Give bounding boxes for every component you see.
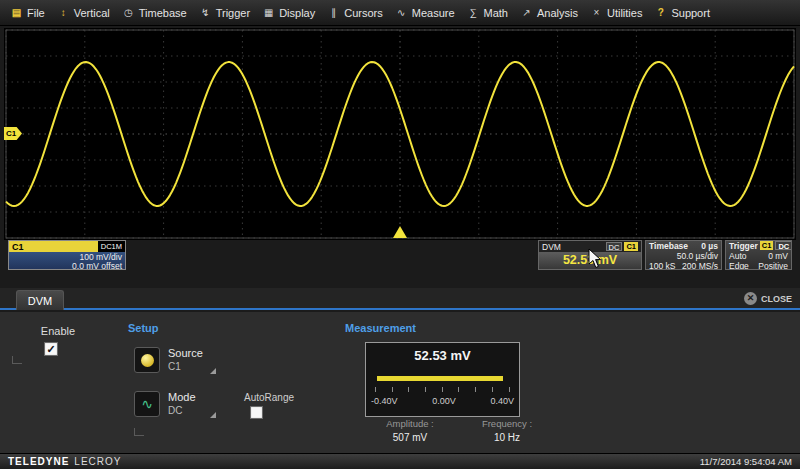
c1-label: C1 <box>12 242 24 252</box>
display-grid-icon: ▦ <box>262 7 275 18</box>
channel-descriptor-c1[interactable]: C1 DC1M 100 mV/div 0.0 mV offset <box>8 240 126 270</box>
timebase-samples: 100 kS <box>649 261 675 270</box>
help-icon: ? <box>654 7 667 18</box>
brand-lecroy: LECROY <box>74 456 121 467</box>
trigger-descriptor[interactable]: Trigger C1 DC Auto 0 mV Edge Positive <box>725 240 792 270</box>
menu-item-measure[interactable]: ∿Measure <box>389 0 461 26</box>
menu-item-cursors[interactable]: ∥Cursors <box>321 0 389 26</box>
mode-waveform-icon: ∿ <box>134 391 160 417</box>
trigger-source-badge: C1 <box>760 241 774 250</box>
setup-section-title: Setup <box>128 322 159 334</box>
trigger-level: 0 mV <box>768 251 788 261</box>
vertical-icon: ↕ <box>57 7 70 18</box>
menu-label: Vertical <box>74 7 110 19</box>
autorange-checkbox[interactable] <box>250 406 263 419</box>
trigger-type: Edge <box>729 261 749 270</box>
close-button[interactable]: ✕ CLOSE <box>744 292 792 305</box>
menu-label: File <box>27 7 45 19</box>
trigger-position-marker[interactable] <box>393 226 407 238</box>
amplitude-readout: Amplitude : 507 mV <box>362 418 458 443</box>
teledyne-lecroy-logo: TELEDYNE LECROY <box>8 456 121 467</box>
scale-max: 0.40V <box>490 396 514 406</box>
menu-label: Math <box>484 7 508 19</box>
trigger-coupling-badge: DC <box>775 241 792 250</box>
timebase-descriptor[interactable]: Timebase 0 µs 50.0 µs/div 100 kS 200 MS/… <box>645 240 722 270</box>
mode-value: DC <box>168 405 182 416</box>
c1-descriptor-body: 100 mV/div 0.0 mV offset <box>9 252 125 269</box>
menu-item-vertical[interactable]: ↕Vertical <box>51 0 116 26</box>
source-label: Source <box>168 347 203 359</box>
measurement-section-title: Measurement <box>345 322 416 334</box>
dvm-dialog: Enable ✓ Setup Source C1 ∿ Mode DC AutoR… <box>0 312 800 453</box>
tab-dvm[interactable]: DVM <box>16 290 64 310</box>
mode-label: Mode <box>168 391 196 403</box>
close-icon: ✕ <box>744 292 757 305</box>
menu-item-trigger[interactable]: ↯Trigger <box>193 0 256 26</box>
menu-label: Display <box>279 7 315 19</box>
cursors-icon: ∥ <box>327 7 340 18</box>
file-icon: ▤ <box>10 7 23 18</box>
c1-coupling-badge: DC1M <box>98 241 125 252</box>
dvm-bargraph <box>377 376 503 381</box>
timebase-label: Timebase <box>649 241 688 251</box>
menu-item-file[interactable]: ▤File <box>4 0 51 26</box>
status-bar: TELEDYNE LECROY 11/7/2014 9:54:04 AM <box>0 453 800 469</box>
brand-teledyne: TELEDYNE <box>8 456 69 467</box>
scope-grid <box>4 28 796 240</box>
waveform-display: C1 <box>4 28 796 240</box>
dvm-source-badge: C1 <box>624 242 638 251</box>
menu-item-utilities[interactable]: ×Utilities <box>584 0 648 26</box>
clock-datetime: 11/7/2014 9:54:04 AM <box>700 456 792 467</box>
corner-mark <box>12 356 22 364</box>
menu-label: Support <box>671 7 710 19</box>
menu-bar: ▤File ↕Vertical ◷Timebase ↯Trigger ▦Disp… <box>0 0 800 26</box>
frequency-readout: Frequency : 10 Hz <box>462 418 552 443</box>
trigger-mode: Auto <box>729 251 747 261</box>
dropdown-triangle-icon <box>210 412 216 418</box>
mouse-cursor <box>588 248 603 269</box>
amplitude-value: 507 mV <box>362 432 458 443</box>
timebase-delay: 0 µs <box>701 241 718 251</box>
c1-probe-icon <box>141 354 154 367</box>
clock-icon: ◷ <box>122 7 135 18</box>
utilities-icon: × <box>590 7 603 18</box>
trigger-label: Trigger <box>729 241 758 251</box>
dvm-readout-value: 52.53 mV <box>366 348 519 363</box>
c1-descriptor-header: C1 DC1M <box>9 241 125 252</box>
enable-label: Enable <box>28 325 88 337</box>
frequency-label: Frequency : <box>462 418 552 429</box>
c1-offset: 0.0 mV offset <box>12 262 122 271</box>
scale-min: -0.40V <box>371 396 398 406</box>
source-selector[interactable]: Source C1 <box>132 344 224 380</box>
mode-selector[interactable]: ∿ Mode DC <box>132 388 224 424</box>
dvm-scale-labels: -0.40V 0.00V 0.40V <box>366 396 519 406</box>
menu-item-analysis[interactable]: ↗Analysis <box>514 0 584 26</box>
menu-item-timebase[interactable]: ◷Timebase <box>116 0 193 26</box>
dialog-tab-bar: DVM ✕ CLOSE <box>0 288 800 310</box>
menu-label: Trigger <box>216 7 250 19</box>
menu-item-display[interactable]: ▦Display <box>256 0 321 26</box>
trigger-icon: ↯ <box>199 7 212 18</box>
menu-label: Cursors <box>344 7 383 19</box>
menu-item-support[interactable]: ?Support <box>648 0 716 26</box>
sigma-icon: ∑ <box>467 7 480 18</box>
frequency-value: 10 Hz <box>462 432 552 443</box>
timebase-rate: 200 MS/s <box>682 261 718 270</box>
menu-label: Analysis <box>537 7 578 19</box>
menu-label: Timebase <box>139 7 187 19</box>
analysis-chart-icon: ↗ <box>520 7 533 18</box>
scale-mid: 0.00V <box>432 396 456 406</box>
dvm-scale-ticks <box>375 387 510 392</box>
autorange-label: AutoRange <box>244 392 294 403</box>
enable-checkbox[interactable]: ✓ <box>44 342 58 356</box>
dvm-readout-panel: 52.53 mV -0.40V 0.00V 0.40V <box>365 342 520 417</box>
source-channel-icon <box>134 347 160 373</box>
amplitude-label: Amplitude : <box>362 418 458 429</box>
trigger-slope: Positive <box>758 261 788 270</box>
menu-item-math[interactable]: ∑Math <box>461 0 514 26</box>
corner-mark <box>134 428 144 436</box>
close-label: CLOSE <box>761 294 792 304</box>
descriptor-row: C1 DC1M 100 mV/div 0.0 mV offset DVM DC … <box>0 240 800 270</box>
source-value: C1 <box>168 361 181 372</box>
menu-label: Measure <box>412 7 455 19</box>
